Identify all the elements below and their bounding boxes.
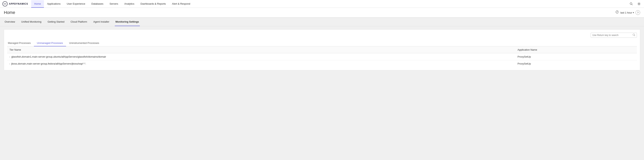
expand-icon[interactable]: › [10, 63, 10, 65]
data-table: Tier Name Application Name ›glassfish,do… [7, 46, 637, 67]
nav-item-servers[interactable]: Servers [106, 0, 121, 8]
app-name-cell: ProxySetUp [515, 53, 637, 60]
tier-name-cell: ›glassfish,domain1,main-server-group,ubu… [7, 53, 515, 60]
nav-item-analytics[interactable]: Analytics [121, 0, 138, 8]
inner-tab-uninstrumented[interactable]: Uninstrumented Processes [66, 40, 102, 46]
app-name-cell: ProxySetUp [515, 60, 637, 67]
search-icon [633, 34, 635, 37]
page-title: Home [4, 10, 15, 15]
sub-tab-unified[interactable]: Unified Monitoring [20, 18, 42, 26]
tier-name-cell: ›jboss,domain,main-server-group,fedora/a… [7, 60, 515, 67]
svg-point-4 [638, 3, 640, 4]
settings-button[interactable] [636, 1, 642, 7]
time-selector[interactable]: last 1 hour ▾ [620, 11, 634, 14]
sub-tab-getting-started[interactable]: Getting Started [47, 18, 65, 26]
nav-item-applications[interactable]: Applications [44, 0, 64, 8]
inner-tabs: Managed Processes Unmanaged Processes Un… [7, 40, 637, 46]
table-row: ›glassfish,domain1,main-server-group,ubu… [7, 53, 637, 60]
nav-right [628, 1, 642, 7]
tier-name-value: glassfish,domain1,main-server-group,ubun… [11, 55, 106, 58]
search-button[interactable] [628, 1, 634, 7]
chevron-down-icon: ▾ [633, 11, 634, 14]
sub-tabs: Overview Unified Monitoring Getting Star… [0, 18, 644, 26]
main-content: Managed Processes Unmanaged Processes Un… [0, 26, 644, 73]
top-nav: APPDYNAMICS Home Applications User Exper… [0, 0, 644, 8]
inner-tab-managed[interactable]: Managed Processes [7, 40, 34, 46]
svg-line-3 [632, 4, 633, 5]
nav-item-user-experience[interactable]: User Experience [64, 0, 88, 8]
header-right: last 1 hour ▾ ? [615, 10, 640, 15]
search-box[interactable] [591, 33, 637, 38]
nav-items: Home Applications User Experience Databa… [31, 0, 628, 8]
tier-name-value: jboss,domain,main-server-group,fedora/al… [11, 62, 86, 65]
svg-line-6 [634, 35, 635, 36]
nav-item-alert[interactable]: Alert & Respond [169, 0, 193, 8]
sub-tab-cloud-platform[interactable]: Cloud Platform [70, 18, 88, 26]
content-card: Managed Processes Unmanaged Processes Un… [4, 29, 640, 70]
col-app-name: Application Name [515, 46, 637, 53]
inner-tab-unmanaged[interactable]: Unmanaged Processes [34, 40, 66, 46]
app-name-label: APPDYNAMICS [9, 3, 28, 5]
col-tier-name: Tier Name [7, 46, 515, 53]
logo: APPDYNAMICS [2, 1, 28, 7]
nav-item-home[interactable]: Home [31, 0, 44, 8]
nav-item-dashboards[interactable]: Dashboards & Reports [138, 0, 169, 8]
expand-icon[interactable]: › [10, 56, 10, 58]
table-row: ›jboss,domain,main-server-group,fedora/a… [7, 60, 637, 67]
nav-item-databases[interactable]: Databases [88, 0, 106, 8]
refresh-button[interactable] [615, 11, 619, 15]
search-row [7, 33, 637, 38]
page-header: Home last 1 hour ▾ ? [0, 8, 644, 18]
table-header-row: Tier Name Application Name [7, 46, 637, 53]
sub-tab-overview[interactable]: Overview [4, 18, 16, 26]
time-label: last 1 hour [620, 11, 632, 14]
help-button[interactable]: ? [636, 10, 640, 15]
sub-tab-agent-installer[interactable]: Agent Installer [92, 18, 110, 26]
search-input[interactable] [592, 34, 632, 37]
svg-point-1 [4, 3, 6, 5]
sub-tab-monitoring-settings[interactable]: Monitoring Settings [115, 18, 140, 26]
